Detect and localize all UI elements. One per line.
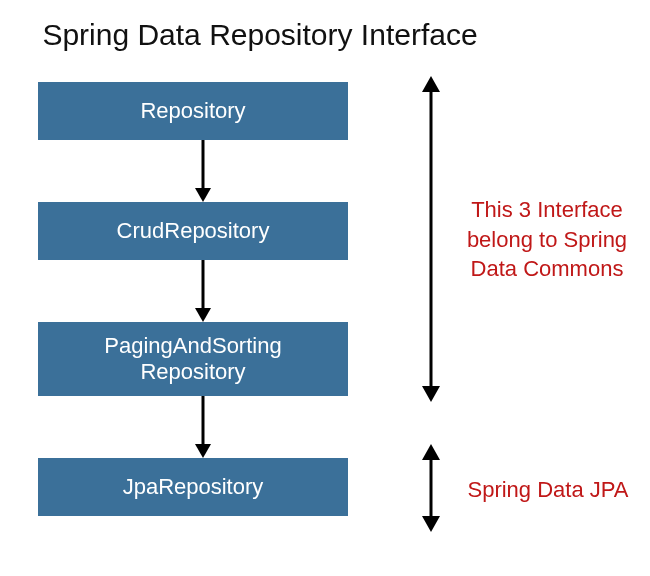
double-arrow-vertical-icon bbox=[418, 76, 444, 402]
arrow-down-icon bbox=[193, 260, 213, 322]
box-crud-repository-label: CrudRepository bbox=[117, 218, 270, 244]
arrow-down-icon bbox=[193, 396, 213, 458]
box-jpa-repository: JpaRepository bbox=[38, 458, 348, 516]
svg-marker-3 bbox=[195, 308, 211, 322]
annotation-spring-data-commons: This 3 Interface belong to Spring Data C… bbox=[452, 195, 642, 284]
box-crud-repository: CrudRepository bbox=[38, 202, 348, 260]
svg-marker-11 bbox=[422, 516, 440, 532]
svg-marker-1 bbox=[195, 188, 211, 202]
diagram-canvas: Spring Data Repository Interface Reposit… bbox=[0, 0, 650, 576]
double-arrow-vertical-icon bbox=[418, 444, 444, 532]
box-jpa-repository-label: JpaRepository bbox=[123, 474, 264, 500]
arrow-down-icon bbox=[193, 140, 213, 202]
box-repository-label: Repository bbox=[140, 98, 245, 124]
box-paging-sorting-label: PagingAndSorting Repository bbox=[104, 333, 281, 386]
annotation-spring-data-jpa: Spring Data JPA bbox=[458, 475, 638, 505]
box-repository: Repository bbox=[38, 82, 348, 140]
svg-marker-5 bbox=[195, 444, 211, 458]
diagram-title: Spring Data Repository Interface bbox=[0, 18, 520, 52]
svg-marker-7 bbox=[422, 76, 440, 92]
svg-marker-10 bbox=[422, 444, 440, 460]
svg-marker-8 bbox=[422, 386, 440, 402]
box-paging-sorting-repository: PagingAndSorting Repository bbox=[38, 322, 348, 396]
